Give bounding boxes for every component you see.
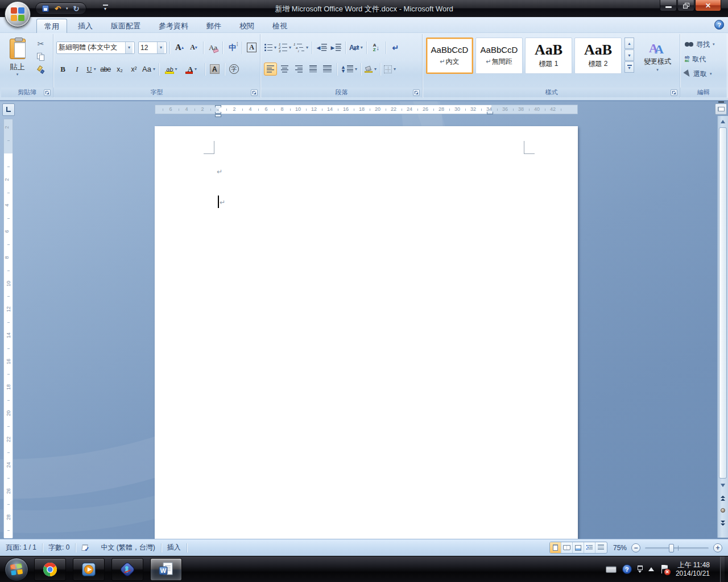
style-normal[interactable]: AaBbCcD ↵內文	[426, 38, 473, 74]
next-page-button[interactable]	[718, 518, 727, 527]
shading-button[interactable]	[364, 63, 377, 76]
tab-stop-selector[interactable]	[2, 103, 15, 116]
start-button[interactable]	[5, 558, 28, 581]
select-button[interactable]: 選取 ▾	[685, 68, 712, 80]
language-indicator[interactable]: 中文 (繁體，台灣)	[95, 542, 160, 554]
text-highlight-button[interactable]: ab	[162, 63, 181, 76]
font-size-dropdown-icon[interactable]: ▾	[157, 42, 164, 53]
save-button[interactable]	[41, 5, 49, 13]
change-case-button[interactable]: Aa	[142, 63, 156, 76]
web-layout-view-button[interactable]	[573, 542, 584, 553]
zoom-slider-thumb[interactable]	[669, 544, 674, 552]
office-button[interactable]	[5, 1, 31, 27]
tab-insert[interactable]: 插入	[71, 19, 100, 33]
minimize-button[interactable]	[660, 0, 677, 11]
find-button[interactable]: 尋找 ▾	[685, 39, 715, 50]
font-name-dropdown-icon[interactable]: ▾	[125, 42, 133, 53]
vertical-scrollbar[interactable]	[717, 116, 728, 538]
keyboard-tray-icon[interactable]	[606, 566, 617, 573]
replace-button[interactable]: abac 取代	[685, 53, 706, 65]
align-left-button[interactable]	[264, 63, 277, 76]
taskbar-word-button[interactable]: W	[150, 558, 182, 581]
show-hide-marks-button[interactable]: ↵	[389, 41, 402, 54]
zoom-level[interactable]: 75%	[613, 544, 627, 552]
scroll-down-button[interactable]	[718, 481, 727, 490]
outline-view-button[interactable]	[584, 542, 595, 553]
show-hidden-icons-button[interactable]	[648, 567, 654, 571]
phonetic-guide-button[interactable]: 中	[226, 41, 239, 54]
line-spacing-button[interactable]: ▲▼	[340, 63, 358, 76]
customize-qat-button[interactable]: ▾	[101, 5, 109, 13]
align-center-button[interactable]	[278, 63, 291, 76]
paragraph-dialog-launcher[interactable]	[413, 89, 420, 96]
draft-view-button[interactable]	[595, 542, 607, 553]
grow-font-button[interactable]: A▴	[173, 41, 186, 54]
show-desktop-button[interactable]	[720, 556, 725, 582]
window-tray-icon[interactable]	[638, 566, 643, 573]
help-button[interactable]: ?	[714, 20, 724, 30]
clear-formatting-button[interactable]: Aa	[206, 41, 220, 54]
scrollbar-thumb[interactable]	[719, 127, 727, 479]
undo-button[interactable]: ↶	[53, 5, 62, 13]
cut-button[interactable]: ✂	[34, 39, 47, 49]
style-no-spacing[interactable]: AaBbCcD ↵無間距	[475, 38, 523, 74]
clipboard-dialog-launcher[interactable]	[44, 89, 51, 96]
font-dialog-launcher[interactable]	[251, 89, 258, 96]
borders-button[interactable]	[383, 63, 396, 76]
paste-dropdown-icon[interactable]: ▾	[16, 72, 19, 77]
vertical-ruler[interactable]: 2246810121416182022242628	[3, 119, 13, 538]
justify-button[interactable]	[307, 63, 320, 76]
taskbar-chrome-button[interactable]	[34, 558, 66, 581]
undo-dropdown-icon[interactable]: ▾	[66, 6, 68, 11]
bold-button[interactable]: B	[56, 63, 69, 76]
strikethrough-button[interactable]: abe	[99, 63, 112, 76]
zoom-slider[interactable]	[645, 543, 709, 552]
styles-dialog-launcher[interactable]	[671, 89, 677, 96]
style-heading1[interactable]: AaB 標題 1	[525, 38, 572, 74]
copy-button[interactable]	[34, 52, 47, 62]
style-heading2[interactable]: AaB 標題 2	[574, 38, 622, 74]
bullets-button[interactable]	[264, 41, 277, 54]
tab-review[interactable]: 校閱	[232, 19, 262, 33]
action-center-flag-icon[interactable]: ✕	[660, 564, 670, 575]
font-size-combo[interactable]: 12 ▾	[138, 41, 167, 54]
shrink-font-button[interactable]: A▾	[187, 41, 200, 54]
previous-page-button[interactable]	[718, 493, 727, 502]
tab-home[interactable]: 常用	[36, 19, 67, 33]
increase-indent-button[interactable]: ▶	[329, 41, 342, 54]
document-page[interactable]	[155, 126, 578, 539]
word-count-indicator[interactable]: 字數: 0	[43, 542, 75, 554]
taskbar-pcman-button[interactable]	[111, 558, 143, 581]
scroll-up-button[interactable]	[718, 117, 727, 126]
taskbar-clock[interactable]: 上午 11:48 2014/10/21	[676, 561, 710, 578]
help-tray-icon[interactable]: ?	[622, 564, 632, 574]
character-border-button[interactable]: A	[245, 41, 258, 54]
font-color-button[interactable]: A	[183, 63, 202, 76]
tab-view[interactable]: 檢視	[265, 19, 295, 33]
select-browse-object-button[interactable]	[718, 506, 727, 515]
full-screen-reading-view-button[interactable]	[561, 542, 573, 553]
gallery-scroll-down-button[interactable]: ▼	[624, 49, 634, 61]
proofing-status[interactable]: ✓	[76, 542, 95, 554]
italic-button[interactable]: I	[71, 63, 84, 76]
left-indent-marker[interactable]	[215, 114, 221, 117]
horizontal-ruler[interactable]: 6422468101214161820222426283032343638404…	[155, 105, 578, 114]
view-ruler-toggle-button[interactable]	[715, 103, 727, 115]
tab-references[interactable]: 參考資料	[151, 19, 196, 33]
taskbar-media-player-button[interactable]	[73, 558, 105, 581]
format-painter-button[interactable]	[34, 65, 47, 75]
paste-button[interactable]: 貼上 ▾	[4, 38, 31, 86]
close-button[interactable]: ✕	[695, 0, 721, 11]
scrollbar-split-handle[interactable]	[718, 101, 724, 103]
underline-button[interactable]: U	[85, 63, 98, 76]
tab-mailings[interactable]: 郵件	[199, 19, 229, 33]
align-right-button[interactable]	[292, 63, 305, 76]
gallery-more-button[interactable]: ▼	[624, 61, 634, 73]
restore-button[interactable]	[677, 0, 694, 11]
gallery-scroll-up-button[interactable]: ▲	[624, 38, 634, 49]
page-indicator[interactable]: 頁面: 1 / 1	[0, 542, 42, 554]
subscript-button[interactable]: x₂	[113, 63, 126, 76]
enclose-characters-button[interactable]: 字	[228, 63, 241, 76]
zoom-out-button[interactable]: −	[631, 543, 640, 552]
numbering-button[interactable]: 1 2 3	[278, 41, 292, 54]
